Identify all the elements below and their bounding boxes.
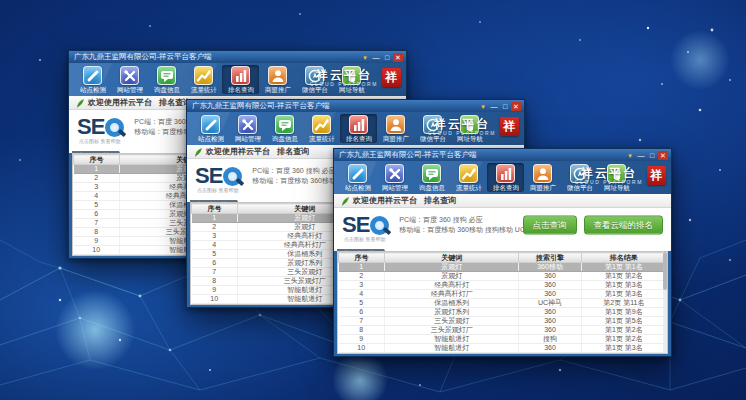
toolbar-item-site-manage[interactable]: 网站管理: [229, 114, 266, 143]
skin-icon[interactable]: ▾: [625, 151, 635, 160]
window-controls: ▾ — □ ✕: [477, 102, 521, 111]
maximize-icon[interactable]: □: [500, 102, 510, 111]
leaf-icon: [341, 196, 350, 206]
magnifier-icon: [223, 167, 242, 186]
cell-seq: 2: [339, 272, 385, 281]
toolbar-item-ranking[interactable]: 排名查询: [222, 65, 259, 94]
toolbar-item-traffic[interactable]: 流量统计: [185, 65, 222, 94]
col-header-rank[interactable]: 排名结果: [581, 253, 666, 263]
table-row[interactable]: 1景观灯360移动第1页 第1名: [339, 263, 667, 272]
toolbar-item-site-check[interactable]: 站点检测: [192, 114, 229, 143]
toolbar-item-site-check[interactable]: 站点检测: [74, 65, 111, 94]
cell-keyword: 景观灯: [384, 272, 518, 281]
seo-logo[interactable]: SE 点击图标 查看帮助: [77, 116, 124, 138]
window-controls: ▾ — □ ✕: [624, 151, 668, 160]
toolbar-item-inquiry[interactable]: 询盘信息: [413, 163, 450, 192]
table-row[interactable]: 4经典高杆灯厂360第1页 第3名: [339, 290, 667, 299]
col-header-seq[interactable]: 序号: [74, 155, 120, 165]
cell-seq: 9: [74, 237, 120, 246]
window-front: 广东九鼎王监网有限公司-祥云平台客户端 ▾ — □ ✕ 站点检测 网站管理: [333, 148, 672, 357]
table-row[interactable]: 3经典高杆灯360第1页 第3名: [339, 281, 667, 290]
close-icon[interactable]: ✕: [393, 53, 403, 62]
cell-rank: 第1页 第1名: [581, 263, 666, 272]
minimize-icon[interactable]: —: [489, 102, 499, 111]
toolbar-item-alliance[interactable]: 商盟推广: [377, 114, 414, 143]
toolbar-item-traffic[interactable]: 流量统计: [303, 114, 340, 143]
col-header-seq[interactable]: 序号: [339, 253, 385, 263]
welcome-text: 欢迎使用祥云平台: [353, 195, 417, 206]
toolbar-item-ranking[interactable]: 排名查询: [487, 163, 524, 192]
maximize-icon[interactable]: □: [382, 53, 392, 62]
cell-seq: 10: [74, 246, 120, 255]
cell-seq: 3: [192, 232, 238, 241]
col-header-keyword[interactable]: 关键词: [384, 253, 518, 263]
result-table: 序号 关键词 搜索引擎 排名结果 1景观灯360移动第1页 第1名2景观灯360…: [337, 251, 668, 354]
cloud-rank-button[interactable]: 查看云端的排名: [584, 216, 664, 235]
cell-seq: 4: [192, 241, 238, 250]
cell-seq: 4: [74, 192, 120, 201]
cell-seq: 2: [74, 174, 120, 183]
brand-name: 祥云平台: [310, 69, 378, 81]
brand-seal-icon: 祥: [382, 68, 401, 87]
toolbar-item-alliance[interactable]: 商盟推广: [524, 163, 561, 192]
magnifier-icon: [105, 118, 124, 137]
section-title: 排名查询: [277, 146, 309, 157]
toolbar-item-inquiry[interactable]: 询盘信息: [266, 114, 303, 143]
col-header-engine[interactable]: 搜索引擎: [519, 253, 581, 263]
skin-icon[interactable]: ▾: [478, 102, 488, 111]
close-icon[interactable]: ✕: [658, 151, 668, 160]
close-icon[interactable]: ✕: [511, 102, 521, 111]
brand-subtitle: CLOUD PLATFORM: [428, 130, 496, 136]
title-bar[interactable]: 广东九鼎王监网有限公司-祥云平台客户端 ▾ — □ ✕: [187, 100, 524, 112]
table-row[interactable]: 10智能航道灯360第1页 第3名: [339, 344, 667, 353]
cell-seq: 6: [192, 259, 238, 268]
toolbar-item-inquiry[interactable]: 询盘信息: [148, 65, 185, 94]
cell-seq: 2: [192, 223, 238, 232]
main-toolbar: 站点检测 网站管理 询盘信息 流量统计: [334, 161, 671, 194]
window-title: 广东九鼎王监网有限公司-祥云平台客户端: [74, 52, 359, 62]
table-scrollbar[interactable]: [663, 252, 667, 353]
maximize-icon[interactable]: □: [647, 151, 657, 160]
window-controls: ▾ — □ ✕: [359, 53, 403, 62]
cell-seq: 6: [339, 308, 385, 317]
table-row[interactable]: 2景观灯360第1页 第2名: [339, 272, 667, 281]
toolbar-item-traffic[interactable]: 流量统计: [450, 163, 487, 192]
toolbar-item-alliance[interactable]: 商盟推广: [259, 65, 296, 94]
col-header-seq[interactable]: 序号: [192, 204, 238, 214]
table-row[interactable]: 9智能航道灯搜狗第1页 第2名: [339, 335, 667, 344]
pencil-icon: [83, 66, 102, 85]
minimize-icon[interactable]: —: [636, 151, 646, 160]
seo-logo[interactable]: SE 点击图标 查看帮助: [342, 214, 389, 236]
table-row[interactable]: 5保温桶系列UC神马第2页 第11名: [339, 299, 667, 308]
cell-seq: 10: [339, 344, 385, 353]
title-bar[interactable]: 广东九鼎王监网有限公司-祥云平台客户端 ▾ — □ ✕: [334, 149, 671, 161]
welcome-banner: 欢迎使用祥云平台 排名查询: [334, 194, 671, 208]
minimize-icon[interactable]: —: [371, 53, 381, 62]
toolbar-item-ranking[interactable]: 排名查询: [340, 114, 377, 143]
skin-icon[interactable]: ▾: [360, 53, 370, 62]
cell-rank: 第1页 第3名: [581, 344, 666, 353]
seo-logo[interactable]: SE 点击图标 查看帮助: [195, 165, 242, 187]
cell-engine: 360: [519, 326, 581, 335]
leaf-icon: [194, 147, 203, 157]
query-button[interactable]: 点击查询: [523, 216, 577, 235]
table-row[interactable]: 6景观灯系列360第1页 第9名: [339, 308, 667, 317]
cell-seq: 8: [74, 228, 120, 237]
cell-seq: 9: [339, 335, 385, 344]
brand-seal-icon: 祥: [500, 117, 519, 136]
toolbar-item-site-check[interactable]: 站点检测: [339, 163, 376, 192]
cell-seq: 1: [339, 263, 385, 272]
title-bar[interactable]: 广东九鼎王监网有限公司-祥云平台客户端 ▾ — □ ✕: [69, 51, 406, 63]
cell-seq: 6: [74, 210, 120, 219]
scrollbar-thumb[interactable]: [663, 252, 667, 290]
window-title: 广东九鼎王监网有限公司-祥云平台客户端: [339, 150, 624, 160]
toolbar-item-site-manage[interactable]: 网站管理: [376, 163, 413, 192]
toolbar-item-site-manage[interactable]: 网站管理: [111, 65, 148, 94]
seo-hint-text: 点击图标 查看帮助: [79, 138, 120, 144]
table-row[interactable]: 7三头景观灯360第1页 第5名: [339, 317, 667, 326]
result-tab-row: 排名查询结果: [334, 242, 671, 251]
table-row[interactable]: 8三头景观灯厂360第1页 第2名: [339, 326, 667, 335]
cell-seq: 7: [339, 317, 385, 326]
person-icon: [386, 115, 405, 134]
cell-keyword: 景观灯系列: [384, 308, 518, 317]
